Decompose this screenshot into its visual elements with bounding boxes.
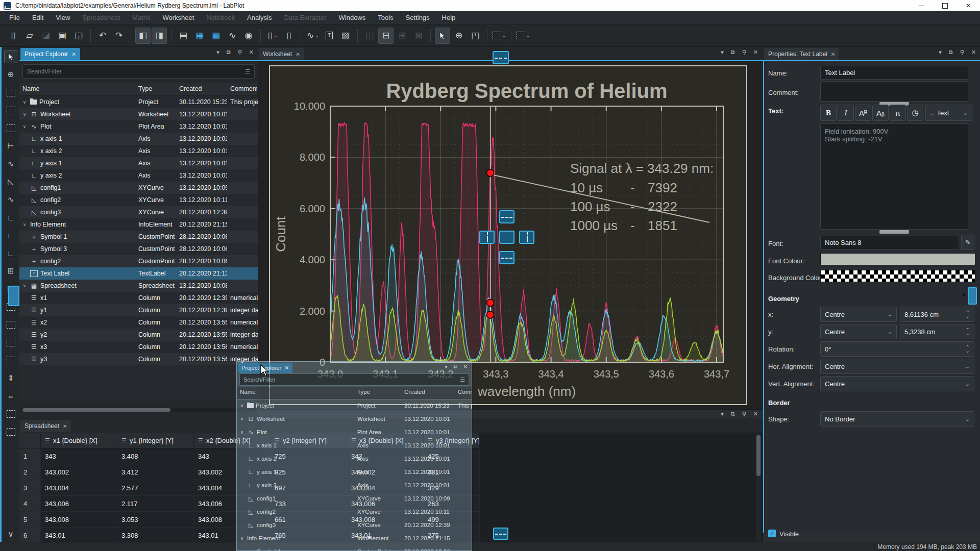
column-header-created[interactable]: Created — [176, 83, 227, 95]
subscript-button[interactable]: Aᵦ — [872, 105, 889, 121]
cell[interactable]: 343 — [41, 448, 117, 464]
tree-row-text-label[interactable]: TText LabelTextLabel20.12.2020 21:13 — [19, 267, 258, 280]
float-icon[interactable]: ⧉ — [949, 49, 953, 56]
cell[interactable]: 2.577 — [117, 480, 194, 495]
tree-row-config2[interactable]: ◺config2XYCurve13.12.2020 10:11 — [19, 194, 258, 206]
tree-row-worksheet[interactable]: ∨⊡WorksheetWorksheet13.12.2020 10:01 — [19, 108, 258, 120]
new-spreadsheet-icon[interactable]: ▦ — [192, 28, 207, 44]
hor-alignment-combo[interactable]: Centre — [820, 359, 974, 374]
tree-row-plot[interactable]: ∨∿PlotPlot Area13.12.2020 10:01 — [237, 425, 472, 439]
new-worksheet-icon[interactable]: ▤ — [176, 28, 191, 44]
vertical-layout-icon[interactable]: ◫ — [362, 28, 377, 44]
axis-l1-icon[interactable]: ∟ — [4, 211, 17, 224]
text-mode-dropdown[interactable]: ≡Text — [925, 105, 972, 121]
close-icon[interactable]: ✕ — [71, 52, 76, 57]
selection-handle-bottom[interactable] — [499, 251, 514, 264]
splitter-grip[interactable] — [879, 230, 909, 234]
maximize-button[interactable] — [933, 0, 957, 11]
row-number[interactable]: 4 — [19, 496, 41, 511]
dock-controls[interactable]: ▾⧉⚲✕ — [939, 49, 976, 56]
region-5-icon[interactable] — [4, 407, 17, 420]
tree-row-y-axis-2[interactable]: ∟y axis 2Axis13.12.2020 10:01 — [19, 169, 258, 182]
filter-icon[interactable]: ☰ — [245, 68, 250, 75]
rotation-spinbox[interactable]: 0° — [820, 341, 974, 357]
row-number[interactable]: 3 — [19, 480, 41, 495]
border-shape-combo[interactable]: No Border — [820, 411, 974, 427]
new-notebook-icon[interactable]: ▯ — [281, 28, 297, 44]
zoom-selection-dropdown-icon[interactable]: ⌄ — [526, 33, 530, 38]
fourier-icon[interactable]: ∿ — [4, 193, 17, 206]
expander-icon[interactable]: ∨ — [21, 283, 28, 288]
navigate-cursor-icon[interactable] — [435, 28, 450, 44]
column-header-name[interactable]: Name — [19, 83, 135, 95]
zoom-y-select-icon[interactable] — [4, 121, 17, 135]
float-icon[interactable]: ⧉ — [227, 49, 231, 56]
cell[interactable]: 343,008 — [41, 512, 117, 527]
dock-controls[interactable]: ▾⧉✕ — [445, 364, 468, 370]
row-number[interactable]: 1 — [19, 448, 41, 464]
expander-icon[interactable]: ∨ — [239, 403, 245, 408]
page-handle-top[interactable] — [493, 51, 509, 64]
tree-row-x3[interactable]: ☰x3Column20.12.2020 13:56numerical — [19, 341, 258, 353]
comment-field[interactable] — [820, 81, 968, 102]
close-icon[interactable]: ✕ — [753, 411, 758, 417]
tree-row-x-axis-1[interactable]: ∟x axis 1Axis13.12.2020 10:01 — [19, 133, 258, 145]
column-header-commen[interactable]: Commen — [455, 387, 472, 399]
tree-row-config3[interactable]: ◺config3XYCurve20.12.2020 12:39 — [237, 518, 472, 532]
cell[interactable]: 2.117 — [117, 496, 194, 511]
grid-tool-icon[interactable]: ⊞ — [4, 264, 17, 278]
menu-worksheet[interactable]: Worksheet — [156, 11, 200, 24]
cell[interactable]: 343,01 — [41, 528, 117, 543]
expander-icon[interactable]: ∨ — [21, 99, 28, 105]
color-maps-icon[interactable]: ◉ — [241, 28, 256, 44]
selection-handle-top[interactable] — [499, 210, 514, 223]
add-image-icon[interactable]: ▨ — [338, 28, 353, 44]
zoom-select-icon[interactable] — [4, 86, 17, 99]
font-picker-button[interactable]: ✎ — [961, 235, 974, 250]
tree-row-info-element[interactable]: ∨Info ElementInfoElement20.12.2020 21:15 — [237, 532, 472, 545]
cartesian-selection-dropdown-icon[interactable]: ⌄ — [502, 33, 506, 38]
menu-analysis[interactable]: Analysis — [241, 11, 278, 24]
expander-icon[interactable]: ∨ — [239, 430, 245, 435]
float-menu-icon[interactable]: ▾ — [216, 49, 219, 56]
shift-h-icon[interactable]: ⇔ — [4, 389, 17, 403]
vertical-scrollbar[interactable] — [756, 434, 761, 541]
y-position-combo[interactable]: Centre — [820, 324, 897, 339]
x-offset-spinbox[interactable]: 8,61136 cm — [900, 307, 974, 322]
column-header-type[interactable]: Type — [354, 387, 401, 399]
shift-v-icon[interactable]: ⇕ — [4, 371, 17, 385]
tree-row-y-axis-1[interactable]: ∟y axis 1Axis13.12.2020 10:01 — [19, 157, 258, 169]
info-element-text-label[interactable]: Signal at λ = 343.29 nm: 10 µs-7392100 µ… — [570, 161, 714, 235]
float-menu-icon[interactable]: ▾ — [445, 364, 447, 370]
close-icon[interactable]: ✕ — [284, 365, 289, 371]
zoom-selection-icon[interactable]: ⌄ — [516, 28, 531, 44]
add-text-label-icon[interactable]: T — [322, 28, 337, 44]
tab-properties-text-label[interactable]: Properties: Text Label✕ — [764, 48, 839, 60]
tree-row-symbol-1[interactable]: ＋Symbol 1CustomPoint28.12.2020 10:06 — [19, 231, 258, 243]
cell[interactable]: 3.412 — [117, 464, 194, 480]
tab-worksheet[interactable]: Worksheet✕ — [259, 48, 304, 60]
more-tools-icon[interactable]: ∨ — [4, 528, 17, 541]
tree-row-y2[interactable]: ☰y2Column20.12.2020 13:55integer da — [19, 329, 258, 341]
menu-windows[interactable]: Windows — [333, 11, 372, 24]
minimize-button[interactable] — [910, 0, 933, 11]
tree-row-y-axis-1[interactable]: ∟y axis 1Axis13.12.2020 10:01 — [237, 465, 472, 479]
close-icon[interactable]: ✕ — [831, 52, 835, 57]
export-icon[interactable]: ▯⌄ — [265, 28, 280, 44]
new-matrix-icon[interactable]: ▩ — [208, 28, 224, 44]
add-plot-icon[interactable]: ∿⌄ — [305, 28, 321, 44]
region-2-icon[interactable] — [4, 318, 17, 331]
tree-row-plot[interactable]: ∨∿PlotPlot Area13.12.2020 10:01 — [19, 120, 258, 133]
add-plot-dropdown-icon[interactable]: ⌄ — [315, 33, 319, 38]
export-dropdown-icon[interactable]: ⌄ — [274, 33, 278, 38]
sheet-column-header[interactable]: ☰x1 {Double} [X] — [41, 433, 117, 448]
horizontal-layout-icon[interactable]: ⊟ — [378, 28, 394, 44]
tree-row-y-axis-2[interactable]: ∟y axis 2Axis13.12.2020 10:01 — [237, 479, 472, 492]
close-icon[interactable]: ✕ — [63, 423, 67, 429]
row-number[interactable]: 5 — [19, 512, 41, 527]
symbol-pi-button[interactable]: π — [890, 105, 906, 121]
search-input[interactable]: Search/Filter☰ — [239, 373, 469, 386]
region-6-icon[interactable] — [4, 425, 17, 438]
column-header-comment[interactable]: Comment — [227, 83, 258, 95]
tree-row-x1[interactable]: ☰x1Column20.12.2020 12:39numerical — [19, 292, 258, 304]
